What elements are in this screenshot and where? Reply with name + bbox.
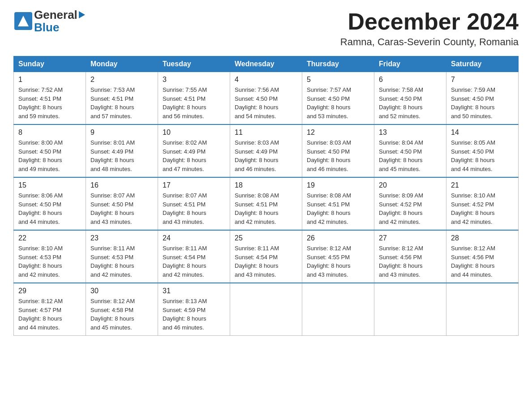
day-info: Sunrise: 8:03 AM Sunset: 4:50 PM Dayligh… (307, 138, 369, 173)
day-info: Sunrise: 8:10 AM Sunset: 4:52 PM Dayligh… (451, 191, 514, 226)
calendar-cell: 5 Sunrise: 7:57 AM Sunset: 4:50 PM Dayli… (302, 72, 374, 125)
day-number: 18 (235, 181, 297, 189)
day-info: Sunrise: 8:09 AM Sunset: 4:52 PM Dayligh… (379, 191, 442, 226)
week-row-1: 1 Sunrise: 7:52 AM Sunset: 4:51 PM Dayli… (14, 72, 519, 125)
calendar-cell: 19 Sunrise: 8:08 AM Sunset: 4:51 PM Dayl… (302, 177, 374, 230)
day-info: Sunrise: 8:12 AM Sunset: 4:56 PM Dayligh… (451, 244, 514, 279)
day-info: Sunrise: 7:56 AM Sunset: 4:50 PM Dayligh… (235, 86, 297, 120)
day-number: 16 (90, 181, 153, 189)
calendar-cell: 15 Sunrise: 8:06 AM Sunset: 4:50 PM Dayl… (14, 177, 86, 230)
calendar-cell: 6 Sunrise: 7:58 AM Sunset: 4:50 PM Dayli… (374, 72, 446, 125)
calendar-cell: 12 Sunrise: 8:03 AM Sunset: 4:50 PM Dayl… (302, 124, 374, 177)
day-info: Sunrise: 7:53 AM Sunset: 4:51 PM Dayligh… (90, 86, 153, 120)
day-number: 2 (90, 76, 153, 84)
day-info: Sunrise: 7:57 AM Sunset: 4:50 PM Dayligh… (307, 86, 369, 120)
calendar-cell: 27 Sunrise: 8:12 AM Sunset: 4:56 PM Dayl… (374, 230, 446, 283)
calendar-cell: 30 Sunrise: 8:12 AM Sunset: 4:58 PM Dayl… (86, 283, 158, 336)
day-number: 25 (235, 234, 297, 242)
calendar-cell: 18 Sunrise: 8:08 AM Sunset: 4:51 PM Dayl… (230, 177, 302, 230)
calendar-cell: 9 Sunrise: 8:01 AM Sunset: 4:49 PM Dayli… (86, 124, 158, 177)
day-number: 20 (379, 181, 442, 189)
day-number: 24 (163, 234, 225, 242)
logo-blue-text: Blue (34, 21, 85, 33)
week-row-5: 29 Sunrise: 8:12 AM Sunset: 4:57 PM Dayl… (14, 283, 519, 336)
header-wednesday: Wednesday (230, 56, 302, 72)
day-number: 9 (90, 128, 153, 137)
day-info: Sunrise: 7:59 AM Sunset: 4:50 PM Dayligh… (451, 86, 514, 120)
page-header: General Blue December 2024 Ramna, Caras-… (13, 9, 519, 48)
header-monday: Monday (86, 56, 158, 72)
day-number: 10 (163, 128, 225, 137)
calendar-cell: 21 Sunrise: 8:10 AM Sunset: 4:52 PM Dayl… (446, 177, 519, 230)
day-info: Sunrise: 8:01 AM Sunset: 4:49 PM Dayligh… (90, 138, 153, 173)
calendar-cell: 1 Sunrise: 7:52 AM Sunset: 4:51 PM Dayli… (14, 72, 86, 125)
day-number: 14 (451, 128, 514, 137)
header-sunday: Sunday (14, 56, 86, 72)
day-number: 29 (18, 287, 81, 295)
day-info: Sunrise: 8:13 AM Sunset: 4:59 PM Dayligh… (163, 297, 225, 332)
calendar-cell: 31 Sunrise: 8:13 AM Sunset: 4:59 PM Dayl… (158, 283, 230, 336)
day-number: 28 (451, 234, 514, 242)
calendar-cell: 16 Sunrise: 8:07 AM Sunset: 4:50 PM Dayl… (86, 177, 158, 230)
day-number: 19 (307, 181, 369, 189)
day-number: 5 (307, 76, 369, 84)
calendar-cell: 28 Sunrise: 8:12 AM Sunset: 4:56 PM Dayl… (446, 230, 519, 283)
calendar-table: SundayMondayTuesdayWednesdayThursdayFrid… (13, 56, 519, 336)
day-number: 3 (163, 76, 225, 84)
calendar-cell: 24 Sunrise: 8:11 AM Sunset: 4:54 PM Dayl… (158, 230, 230, 283)
day-number: 22 (18, 234, 81, 242)
week-row-3: 15 Sunrise: 8:06 AM Sunset: 4:50 PM Dayl… (14, 177, 519, 230)
calendar-cell: 7 Sunrise: 7:59 AM Sunset: 4:50 PM Dayli… (446, 72, 519, 125)
day-number: 11 (235, 128, 297, 137)
day-info: Sunrise: 8:12 AM Sunset: 4:56 PM Dayligh… (379, 244, 442, 279)
day-number: 13 (379, 128, 442, 137)
day-info: Sunrise: 8:11 AM Sunset: 4:53 PM Dayligh… (90, 244, 153, 279)
calendar-cell: 13 Sunrise: 8:04 AM Sunset: 4:50 PM Dayl… (374, 124, 446, 177)
day-info: Sunrise: 8:12 AM Sunset: 4:58 PM Dayligh… (90, 297, 153, 332)
logo: General Blue (13, 9, 85, 33)
month-title: December 2024 (340, 9, 519, 34)
week-row-2: 8 Sunrise: 8:00 AM Sunset: 4:50 PM Dayli… (14, 124, 519, 177)
header-tuesday: Tuesday (158, 56, 230, 72)
day-number: 8 (18, 128, 81, 137)
day-info: Sunrise: 7:55 AM Sunset: 4:51 PM Dayligh… (163, 86, 225, 120)
day-number: 31 (163, 287, 225, 295)
calendar-cell (302, 283, 374, 336)
calendar-cell: 26 Sunrise: 8:12 AM Sunset: 4:55 PM Dayl… (302, 230, 374, 283)
header-thursday: Thursday (302, 56, 374, 72)
day-number: 17 (163, 181, 225, 189)
location-title: Ramna, Caras-Severin County, Romania (340, 36, 519, 48)
calendar-cell: 3 Sunrise: 7:55 AM Sunset: 4:51 PM Dayli… (158, 72, 230, 125)
calendar-cell: 4 Sunrise: 7:56 AM Sunset: 4:50 PM Dayli… (230, 72, 302, 125)
logo-general-text: General (34, 9, 85, 21)
day-number: 6 (379, 76, 442, 84)
day-number: 21 (451, 181, 514, 189)
day-number: 23 (90, 234, 153, 242)
day-info: Sunrise: 7:52 AM Sunset: 4:51 PM Dayligh… (18, 86, 81, 120)
calendar-cell: 25 Sunrise: 8:11 AM Sunset: 4:54 PM Dayl… (230, 230, 302, 283)
day-info: Sunrise: 8:07 AM Sunset: 4:51 PM Dayligh… (163, 191, 225, 226)
day-number: 26 (307, 234, 369, 242)
calendar-cell: 29 Sunrise: 8:12 AM Sunset: 4:57 PM Dayl… (14, 283, 86, 336)
day-number: 4 (235, 76, 297, 84)
calendar-cell (374, 283, 446, 336)
day-info: Sunrise: 8:07 AM Sunset: 4:50 PM Dayligh… (90, 191, 153, 226)
calendar-cell: 14 Sunrise: 8:05 AM Sunset: 4:50 PM Dayl… (446, 124, 519, 177)
day-info: Sunrise: 8:02 AM Sunset: 4:49 PM Dayligh… (163, 138, 225, 173)
calendar-cell: 17 Sunrise: 8:07 AM Sunset: 4:51 PM Dayl… (158, 177, 230, 230)
logo-arrow-icon (79, 11, 85, 18)
day-number: 1 (18, 76, 81, 84)
calendar-cell: 8 Sunrise: 8:00 AM Sunset: 4:50 PM Dayli… (14, 124, 86, 177)
calendar-cell: 23 Sunrise: 8:11 AM Sunset: 4:53 PM Dayl… (86, 230, 158, 283)
day-info: Sunrise: 8:11 AM Sunset: 4:54 PM Dayligh… (163, 244, 225, 279)
day-info: Sunrise: 8:08 AM Sunset: 4:51 PM Dayligh… (307, 191, 369, 226)
calendar-cell: 10 Sunrise: 8:02 AM Sunset: 4:49 PM Dayl… (158, 124, 230, 177)
day-info: Sunrise: 8:00 AM Sunset: 4:50 PM Dayligh… (18, 138, 81, 173)
day-info: Sunrise: 8:08 AM Sunset: 4:51 PM Dayligh… (235, 191, 297, 226)
logo-icon (13, 11, 33, 31)
day-info: Sunrise: 8:03 AM Sunset: 4:49 PM Dayligh… (235, 138, 297, 173)
header-friday: Friday (374, 56, 446, 72)
calendar-cell: 22 Sunrise: 8:10 AM Sunset: 4:53 PM Dayl… (14, 230, 86, 283)
calendar-cell: 2 Sunrise: 7:53 AM Sunset: 4:51 PM Dayli… (86, 72, 158, 125)
day-info: Sunrise: 8:05 AM Sunset: 4:50 PM Dayligh… (451, 138, 514, 173)
